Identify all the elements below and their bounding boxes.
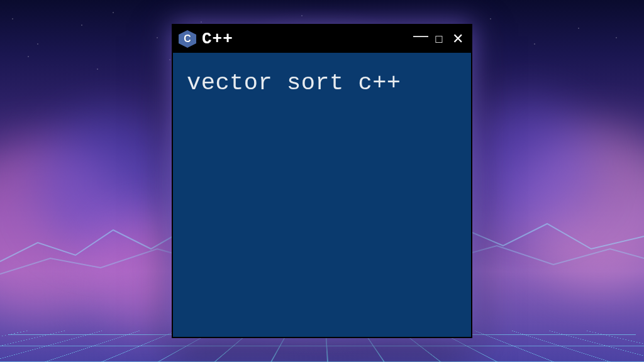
titlebar[interactable]: C++ — □ ✕ xyxy=(173,25,471,53)
window-controls: — □ ✕ xyxy=(413,31,465,47)
minimize-button[interactable]: — xyxy=(413,28,427,43)
terminal-window: C++ — □ ✕ vector sort c++ xyxy=(172,24,472,338)
maximize-button[interactable]: □ xyxy=(432,33,446,45)
close-button[interactable]: ✕ xyxy=(451,32,465,46)
window-title: C++ xyxy=(202,30,408,48)
terminal-content[interactable]: vector sort c++ xyxy=(173,53,471,337)
cpp-icon xyxy=(178,30,197,48)
